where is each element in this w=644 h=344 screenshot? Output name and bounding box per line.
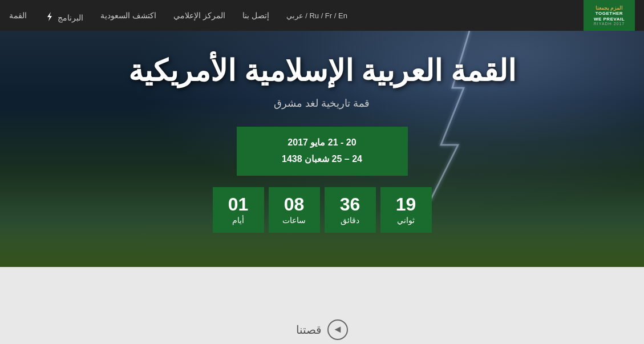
countdown-minutes: 36 دقائق: [325, 187, 376, 233]
countdown-hours: 08 ساعات: [269, 187, 320, 233]
hours-number: 08: [284, 195, 305, 213]
minutes-number: 36: [340, 195, 361, 213]
logo-together: TOGETHER WE PREVAIL: [594, 11, 625, 22]
navbar-left: المزم يجمعنا TOGETHER WE PREVAIL RIYADH …: [584, 0, 635, 31]
days-label: أيام: [232, 216, 244, 225]
minutes-label: دقائق: [341, 216, 359, 225]
hero-section: القمة العربية الإسلامية الأمريكية قمة تا…: [0, 31, 644, 267]
countdown-days: 01 أيام: [213, 187, 264, 233]
date-box: 20 - 21 مايو 2017 24 – 25 شعبان 1438: [237, 127, 408, 176]
logo-riyadh: RIYADH 2017: [594, 22, 625, 26]
nav-summit[interactable]: القمة: [9, 11, 27, 20]
hero-subtitle: قمة تاريخية لغد مشرق: [274, 97, 370, 110]
nav-contact[interactable]: إتصل بنا: [242, 11, 269, 20]
nav-discover[interactable]: اكتشف السعودية: [100, 11, 156, 20]
days-number: 01: [228, 195, 249, 213]
date-line1: 20 - 21 مايو 2017: [260, 135, 385, 151]
navbar-logo[interactable]: المزم يجمعنا TOGETHER WE PREVAIL RIYADH …: [584, 0, 635, 31]
story-label: قصتنا: [296, 323, 322, 337]
countdown-seconds: 19 ثواني: [380, 187, 432, 233]
circle-arrow-icon: ◄: [327, 319, 348, 340]
story-link[interactable]: ◄ قصتنا: [296, 319, 348, 340]
navbar-nav: عربي / Ru / Fr / En إتصل بنا المركز الإع…: [9, 9, 347, 22]
date-line2: 24 – 25 شعبان 1438: [260, 151, 385, 168]
svg-marker-0: [47, 12, 52, 21]
lightning-icon: [44, 11, 55, 22]
logo-top-text: المزم يجمعنا: [596, 5, 623, 11]
countdown: 19 ثواني 36 دقائق 08 ساعات 01 أيام: [213, 187, 432, 233]
nav-lang[interactable]: عربي / Ru / Fr / En: [286, 11, 347, 20]
navbar: المزم يجمعنا TOGETHER WE PREVAIL RIYADH …: [0, 0, 644, 31]
content-section: ◄ قصتنا: [0, 267, 644, 344]
nav-program[interactable]: البرنامج: [44, 9, 83, 22]
hero-title: القمة العربية الإسلامية الأمريكية: [128, 54, 515, 88]
seconds-number: 19: [396, 195, 416, 213]
nav-media[interactable]: المركز الإعلامي: [173, 11, 225, 20]
seconds-label: ثواني: [397, 216, 415, 225]
hours-label: ساعات: [282, 216, 306, 225]
